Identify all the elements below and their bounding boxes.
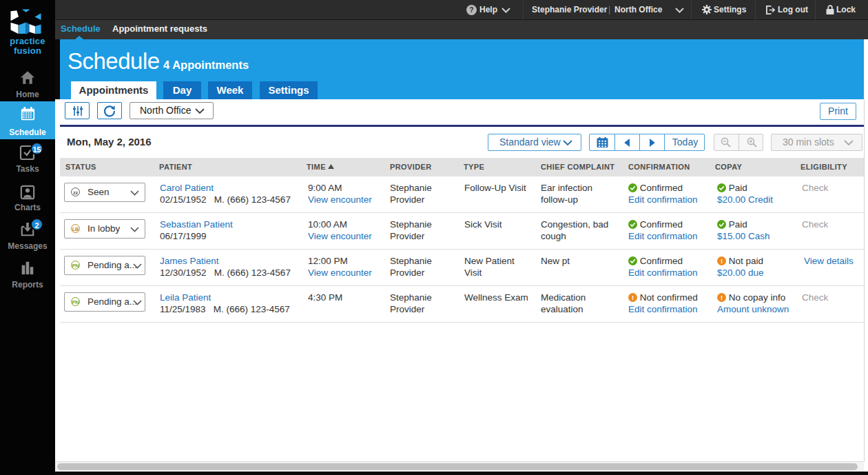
svg-text:?: ? <box>469 6 473 14</box>
svg-text:!: ! <box>632 294 634 301</box>
svg-text:!: ! <box>721 258 723 265</box>
svg-text:!: ! <box>721 294 723 301</box>
